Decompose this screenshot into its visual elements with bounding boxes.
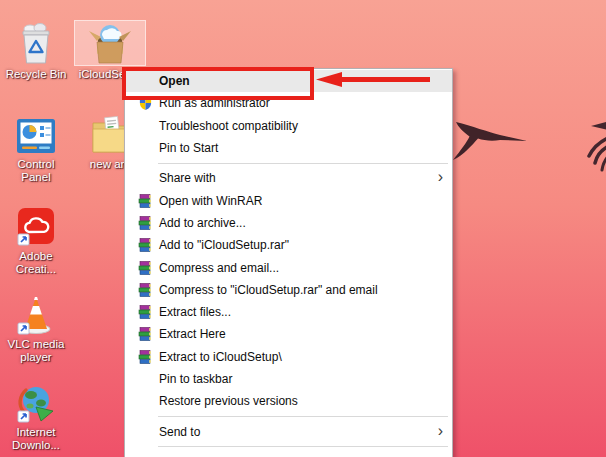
menu-item-troubleshoot-compatibility[interactable]: Troubleshoot compatibility — [125, 115, 452, 137]
chevron-right-icon: › — [438, 168, 443, 186]
recycle-bin-icon — [0, 20, 72, 66]
menu-item-label: Restore previous versions — [159, 394, 298, 408]
winrar-books-icon — [137, 237, 153, 253]
desktop-icon-control-panel[interactable]: Control Panel — [0, 116, 72, 184]
desktop-icon-label: VLC media player — [8, 338, 65, 364]
menu-item-add-to-archive[interactable]: Add to archive... — [125, 212, 452, 234]
menu-item-label: Compress to "iCloudSetup.rar" and email — [159, 283, 378, 297]
menu-item-label: Send to — [159, 425, 200, 439]
menu-item-extract-files[interactable]: Extract files... — [125, 301, 452, 323]
winrar-books-icon — [137, 193, 153, 209]
desktop-icon-label: Control Panel — [17, 158, 54, 184]
bird-silhouette-icon — [583, 118, 606, 180]
vlc-media-player-icon — [0, 294, 72, 336]
desktop-icon-label: Internet Downlo... — [12, 426, 60, 452]
desktop-icon-recycle-bin[interactable]: Recycle Bin — [0, 20, 72, 81]
icloud-setup-box-icon — [74, 20, 146, 66]
menu-item-label: Pin to Start — [159, 141, 218, 155]
menu-item-send-to[interactable]: Send to› — [125, 420, 452, 442]
menu-item-label: Open with WinRAR — [159, 194, 262, 208]
desktop: Recycle Bin iCloudSetup — [0, 0, 606, 457]
winrar-books-icon — [137, 304, 153, 320]
control-panel-icon — [0, 116, 72, 156]
menu-item-pin-to-start[interactable]: Pin to Start — [125, 137, 452, 159]
menu-separator — [125, 412, 452, 420]
menu-item-label: Compress and email... — [159, 261, 279, 275]
desktop-icon-internet-download-manager[interactable]: Internet Downlo... — [0, 384, 72, 452]
menu-item-extract-to-icloudsetup[interactable]: Extract to iCloudSetup\ — [125, 346, 452, 368]
desktop-icon-vlc-media-player[interactable]: VLC media player — [0, 294, 72, 364]
menu-item-cut[interactable]: Cut — [125, 451, 452, 457]
annotation-highlight-box — [122, 67, 314, 100]
desktop-icon-adobe-creative-cloud[interactable]: Adobe Creati... — [0, 206, 72, 276]
menu-item-label: Add to archive... — [159, 216, 246, 230]
menu-item-compress-to-icloudsetup-rar-and-email[interactable]: Compress to "iCloudSetup.rar" and email — [125, 279, 452, 301]
menu-separator — [125, 443, 452, 451]
annotation-arrow-icon — [316, 71, 431, 88]
menu-item-label: Share with — [159, 171, 216, 185]
chevron-right-icon: › — [438, 422, 443, 440]
menu-item-share-with[interactable]: Share with› — [125, 167, 452, 189]
menu-item-label: Extract Here — [159, 327, 226, 341]
desktop-icon-label: Adobe Creati... — [16, 250, 56, 276]
desktop-icon-label: Recycle Bin — [6, 68, 67, 81]
winrar-books-icon — [137, 215, 153, 231]
winrar-books-icon — [137, 260, 153, 276]
menu-item-label: Extract to iCloudSetup\ — [159, 350, 282, 364]
menu-item-open-with-winrar[interactable]: Open with WinRAR — [125, 189, 452, 211]
menu-item-label: Troubleshoot compatibility — [159, 119, 298, 133]
internet-download-manager-icon — [0, 384, 72, 424]
winrar-books-icon — [137, 349, 153, 365]
bird-silhouette-icon — [448, 116, 532, 164]
menu-item-add-to-icloudsetup-rar[interactable]: Add to "iCloudSetup.rar" — [125, 234, 452, 256]
winrar-books-icon — [137, 326, 153, 342]
menu-item-restore-previous-versions[interactable]: Restore previous versions — [125, 390, 452, 412]
menu-item-extract-here[interactable]: Extract Here — [125, 323, 452, 345]
winrar-books-icon — [137, 282, 153, 298]
menu-separator — [125, 159, 452, 167]
adobe-creative-cloud-icon — [0, 206, 72, 248]
context-menu: OpenRun as administratorTroubleshoot com… — [124, 68, 453, 457]
menu-item-pin-to-taskbar[interactable]: Pin to taskbar — [125, 368, 452, 390]
menu-item-label: Add to "iCloudSetup.rar" — [159, 238, 289, 252]
menu-item-label: Extract files... — [159, 305, 231, 319]
menu-item-compress-and-email[interactable]: Compress and email... — [125, 256, 452, 278]
menu-item-label: Pin to taskbar — [159, 372, 232, 386]
